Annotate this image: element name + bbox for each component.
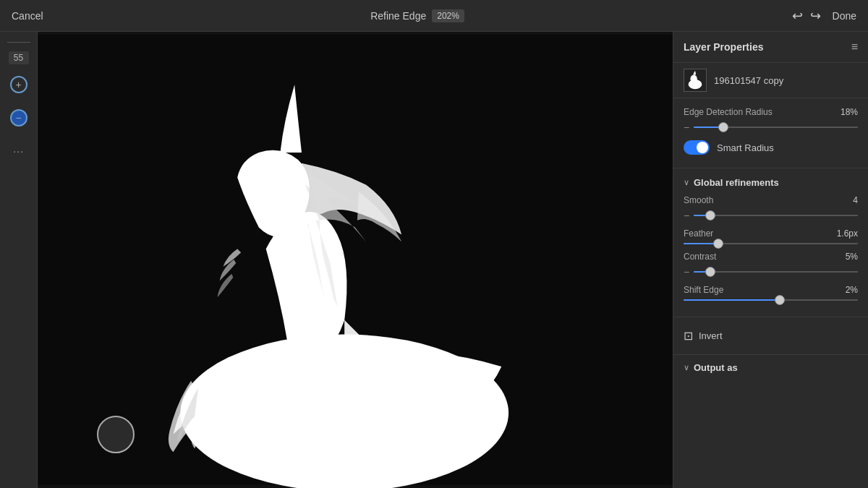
feather-label: Feather	[684, 228, 713, 239]
global-refinements-title-row: ∨ Global refinements	[684, 177, 858, 188]
invert-button[interactable]: ⊡ Invert	[684, 326, 723, 346]
panel-header: Layer Properties ≡	[673, 32, 868, 63]
canvas-area[interactable]	[38, 32, 673, 488]
brush-cursor	[97, 416, 135, 453]
contrast-value: 5%	[846, 252, 858, 262]
contrast-minus[interactable]: −	[684, 266, 689, 278]
smart-radius-toggle[interactable]	[684, 140, 710, 155]
output-as-chevron[interactable]: ∨	[684, 363, 689, 372]
layer-name: 196101547 copy	[714, 75, 783, 86]
window-title: Refine Edge	[370, 10, 426, 22]
global-refinements-title: Global refinements	[694, 177, 779, 188]
more-icon: ···	[13, 145, 24, 157]
smooth-row: Smooth 4	[684, 195, 858, 205]
smooth-minus[interactable]: −	[684, 210, 689, 221]
invert-label: Invert	[699, 330, 723, 341]
contrast-row: Contrast 5%	[684, 252, 858, 262]
smooth-thumb[interactable]	[705, 210, 715, 221]
layer-row: 196101547 copy	[673, 63, 868, 98]
done-button[interactable]: Done	[833, 10, 856, 22]
shift-edge-row: Shift Edge 2%	[684, 285, 858, 295]
invert-section: ⊡ Invert	[673, 317, 868, 355]
smooth-label: Smooth	[684, 195, 713, 205]
output-as-row: ∨ Output as	[673, 355, 868, 380]
edge-detection-track[interactable]	[694, 127, 858, 128]
undo-button[interactable]: ↩	[792, 9, 803, 22]
smart-radius-label: Smart Radius	[717, 142, 774, 153]
more-tools-button[interactable]: ···	[6, 138, 32, 164]
canvas-image	[38, 32, 673, 488]
shift-edge-fill	[684, 299, 780, 301]
top-bar-left: Cancel	[12, 10, 43, 22]
feather-slider[interactable]	[684, 243, 858, 244]
output-as-title: Output as	[694, 362, 738, 373]
top-bar: Cancel Refine Edge 202% ↩ ↪ Done	[0, 0, 868, 32]
contrast-track[interactable]	[694, 271, 858, 273]
smooth-track[interactable]	[694, 215, 858, 216]
smooth-value: 4	[853, 195, 858, 205]
feather-thumb[interactable]	[713, 239, 723, 249]
svg-point-4	[690, 75, 697, 83]
layer-thumbnail	[684, 69, 707, 92]
global-refinements-section: ∨ Global refinements Smooth 4 − Feather …	[673, 168, 868, 317]
panel-settings-icon[interactable]: ≡	[851, 40, 858, 53]
brush-plus-icon: +	[10, 76, 27, 93]
left-toolbar: 55 + − ···	[0, 32, 38, 488]
main-content: 55 + − ···	[0, 32, 868, 488]
feather-value: 1.6px	[837, 228, 858, 239]
edge-detection-value: 18%	[841, 107, 858, 117]
edge-detection-thumb[interactable]	[718, 122, 728, 132]
brush-plus-tool[interactable]: +	[6, 72, 32, 98]
panel-title: Layer Properties	[684, 41, 764, 53]
contrast-label: Contrast	[684, 252, 716, 262]
shift-edge-track[interactable]	[684, 299, 858, 301]
undo-redo-group: ↩ ↪	[792, 9, 821, 22]
brush-minus-tool[interactable]: −	[6, 105, 32, 131]
top-bar-right: ↩ ↪ Done	[792, 9, 856, 22]
brush-minus-icon: −	[10, 109, 27, 127]
toggle-knob	[697, 142, 708, 153]
brush-size-label[interactable]: 55	[9, 51, 29, 64]
shift-edge-thumb[interactable]	[775, 295, 785, 305]
redo-button[interactable]: ↪	[810, 9, 821, 22]
layer-thumb-image	[684, 69, 706, 92]
shift-edge-label: Shift Edge	[684, 285, 723, 295]
edge-detection-label: Edge Detection Radius	[684, 107, 773, 117]
smooth-slider[interactable]: −	[684, 210, 858, 221]
edge-detection-minus[interactable]: −	[684, 121, 689, 133]
toolbar-divider	[7, 42, 30, 43]
smart-radius-row: Smart Radius	[684, 140, 858, 155]
contrast-thumb[interactable]	[705, 267, 715, 277]
edge-detection-slider[interactable]: −	[684, 121, 858, 133]
edge-detection-section: Edge Detection Radius 18% − Smart Radius	[673, 98, 868, 168]
global-refinements-chevron[interactable]: ∨	[684, 178, 689, 187]
cancel-button[interactable]: Cancel	[12, 10, 43, 22]
zoom-level[interactable]: 202%	[432, 9, 464, 22]
feather-row: Feather 1.6px	[684, 228, 858, 239]
shift-edge-value: 2%	[846, 285, 858, 295]
shift-edge-slider[interactable]	[684, 299, 858, 301]
right-panel: Layer Properties ≡ 196101547 copy Edge D…	[673, 32, 868, 488]
invert-icon: ⊡	[684, 329, 693, 343]
feather-track[interactable]	[684, 243, 858, 244]
edge-detection-row: Edge Detection Radius 18%	[684, 107, 858, 117]
contrast-slider[interactable]: −	[684, 266, 858, 278]
top-bar-center: Refine Edge 202%	[370, 9, 464, 22]
